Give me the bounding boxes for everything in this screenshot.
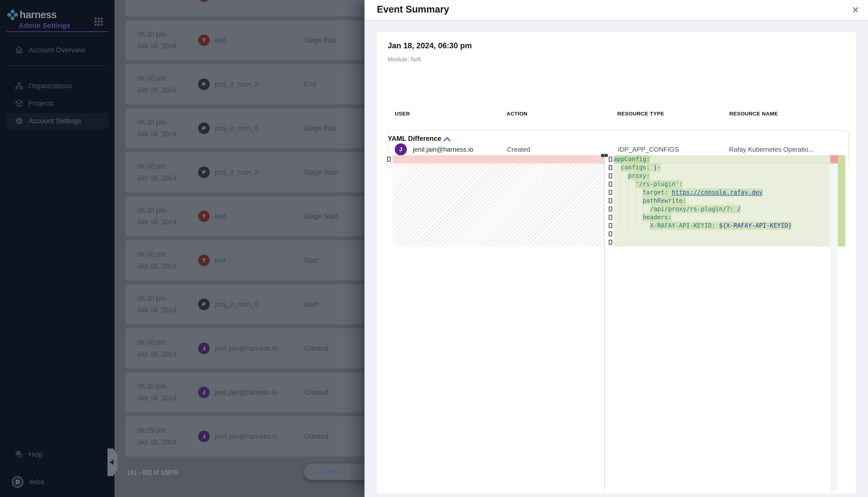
- audit-row[interactable]: Jan 18, 2024TtestEnd: [125, 0, 403, 16]
- diff-line: '/rs-plugin':: [614, 180, 830, 188]
- harness-logo[interactable]: harness: [7, 9, 56, 20]
- audit-action: Created: [304, 344, 328, 352]
- sidebar-item-label: Help: [28, 451, 43, 458]
- yaml-link[interactable]: https://console.rafay.dev: [672, 189, 762, 196]
- avatar: J: [198, 430, 210, 442]
- sidebar-item-account-settings[interactable]: ⚙ Account Settings: [6, 113, 109, 129]
- diff-line: [614, 238, 830, 246]
- audit-rows: Jan 18, 2024TtestEnd06:30 pmJan 18, 2024…: [125, 0, 403, 460]
- audit-row[interactable]: 06:30 pmJan 18, 2024TtestStage Start: [125, 196, 403, 237]
- close-icon[interactable]: ✕: [849, 3, 862, 17]
- collapse-arrow-icon: [110, 459, 113, 465]
- audit-user: Ttest: [198, 211, 226, 222]
- diff-line: headers:: [614, 213, 830, 222]
- diff-line-handle[interactable]: [609, 207, 612, 212]
- audit-time: 06:30 pmJan 18, 2024: [137, 248, 177, 272]
- diff-line-handle[interactable]: [609, 190, 612, 195]
- audit-row[interactable]: 06:30 pmJan 18, 2024TtestStage End: [125, 20, 403, 60]
- audit-row[interactable]: 06:30 pmJan 18, 2024Pproj_2_cron_2Stage …: [125, 108, 403, 148]
- avatar: P: [198, 167, 210, 178]
- audit-row[interactable]: 06:29 pmJan 18, 2024Jjenil.jain@harness.…: [125, 416, 403, 456]
- diff-line-handle[interactable]: [609, 231, 612, 237]
- audit-user-name: test: [215, 37, 226, 44]
- diff-line-handle[interactable]: [609, 173, 612, 178]
- event-module: Module: N/A: [388, 56, 421, 63]
- indent-guide: [635, 164, 636, 230]
- audit-time: 06:30 pmJan 18, 2024: [137, 381, 177, 404]
- sidebar-item-help[interactable]: ? Help: [6, 447, 109, 462]
- diff-line: /api/proxy/rs-plugin/?: /: [614, 205, 830, 213]
- diff-line-handle[interactable]: [609, 240, 612, 245]
- diff-line-handle[interactable]: [609, 198, 612, 203]
- hierarchy-icon: [15, 82, 24, 90]
- avatar: J: [198, 387, 210, 398]
- sidebar-item-label: Account Overview: [28, 46, 85, 54]
- sidebar-item-label: Account Settings: [28, 117, 81, 125]
- app-root: harness Admin Settings Account Overview: [0, 0, 868, 497]
- audit-user: Ttest: [198, 0, 226, 2]
- diff-line-handle[interactable]: [609, 157, 612, 162]
- column-header-action: ACTION: [507, 111, 528, 117]
- diff-scrollbar-gutter[interactable]: [830, 154, 838, 491]
- audit-row[interactable]: 06:30 pmJan 18, 2024Jjenil.jain@harness.…: [125, 328, 403, 368]
- audit-row[interactable]: 06:30 pmJan 18, 2024Pproj_2_cron_2Start: [125, 284, 403, 325]
- avatar: T: [198, 211, 210, 222]
- avatar: P: [198, 123, 210, 134]
- audit-row[interactable]: 06:30 pmJan 18, 2024Jjenil.jain@harness.…: [125, 372, 403, 412]
- gear-icon: ⚙: [15, 116, 24, 126]
- audit-user: Pproj_2_cron_2: [198, 79, 258, 90]
- audit-user-name: jenil.jain@harness.io: [215, 432, 278, 440]
- audit-user-name: proj_2_cron_2: [215, 169, 258, 176]
- diff-new-pane: appConfig: configs: |- proxy: '/rs-plugi…: [614, 155, 830, 246]
- apps-grid-icon[interactable]: [94, 17, 104, 27]
- audit-action: End: [304, 0, 316, 0]
- audit-time: 06:30 pmJan 18, 2024: [137, 160, 177, 184]
- chevron-up-icon[interactable]: [443, 136, 451, 143]
- sidebar-item-organizations[interactable]: Organizations: [6, 78, 109, 94]
- event-resource-type: IDP_APP_CONFIGS: [618, 146, 679, 153]
- audit-time: 06:30 pmJan 18, 2024: [137, 72, 177, 96]
- diff-empty-hatch: [393, 164, 604, 246]
- prev-page-button[interactable]: ← Prev: [304, 468, 352, 476]
- diff-line: [614, 230, 830, 238]
- diff-line-handle[interactable]: [387, 157, 391, 162]
- column-header-resource-type: RESOURCE TYPE: [617, 111, 664, 117]
- audit-action: Created: [304, 432, 328, 440]
- diff-overview-ruler: [838, 155, 845, 246]
- diff-line-handle[interactable]: [609, 182, 612, 187]
- event-user: jenil.jain@harness.io: [413, 146, 473, 153]
- user-avatar: D: [12, 476, 24, 488]
- sidebar-item-account-overview[interactable]: Account Overview: [6, 42, 109, 58]
- nav-divider: [6, 66, 108, 66]
- audit-user-name: jenil.jain@harness.io: [215, 344, 278, 352]
- yaml-diff-viewer: appConfig: configs: |- proxy: '/rs-plugi…: [387, 154, 845, 491]
- event-resource-name: Rafay Kubernetes Operatio...: [729, 146, 814, 153]
- audit-time: 06:30 pmJan 18, 2024: [137, 337, 177, 360]
- audit-row[interactable]: 06:30 pmJan 18, 2024Pproj_2_cron_2Stage …: [125, 152, 403, 193]
- audit-time: 06:30 pmJan 18, 2024: [137, 293, 177, 316]
- audit-time: 06:30 pmJan 18, 2024: [137, 116, 177, 140]
- diff-line-handle[interactable]: [609, 165, 612, 170]
- sidebar-item-label: Organizations: [28, 82, 72, 90]
- audit-user: Jjenil.jain@harness.io: [198, 343, 278, 354]
- audit-action: Created: [304, 388, 328, 396]
- diff-removed-line: [393, 155, 604, 164]
- audit-time: 06:30 pmJan 18, 2024: [137, 204, 177, 228]
- audit-row[interactable]: 06:30 pmJan 18, 2024Pproj_2_cron_2End: [125, 64, 403, 104]
- audit-action: Stage Start: [304, 213, 338, 220]
- audit-action: Start: [304, 301, 318, 308]
- module-divider: [6, 31, 108, 32]
- harness-logo-icon: [7, 9, 18, 20]
- audit-user-name: test: [215, 213, 226, 220]
- audit-user-name: test: [215, 0, 226, 0]
- sidebar-user[interactable]: D deba: [6, 475, 109, 489]
- drawer-header: Event Summary ✕: [364, 0, 868, 20]
- sidebar-item-projects[interactable]: Projects: [6, 96, 109, 111]
- diff-line-handle[interactable]: [609, 215, 612, 220]
- audit-user: Pproj_2_cron_2: [198, 299, 258, 310]
- avatar: T: [198, 255, 210, 266]
- diff-line-handle[interactable]: [609, 223, 612, 228]
- avatar: P: [198, 299, 210, 310]
- diff-scrollbar-removed-marker: [830, 155, 838, 164]
- audit-row[interactable]: 06:30 pmJan 18, 2024TtestStart: [125, 240, 403, 281]
